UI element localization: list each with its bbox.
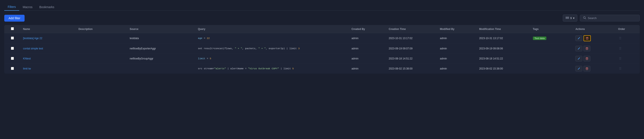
row-source: testdata xyxy=(127,33,195,44)
row-modified-by: admin xyxy=(438,54,477,64)
row-query: src stream="alerts" | alertName = "Virus… xyxy=(195,64,349,74)
edit-icon xyxy=(577,57,580,60)
row-checkbox-cell xyxy=(4,33,20,44)
row-tags xyxy=(530,44,573,54)
svg-line-5 xyxy=(585,18,586,19)
search-input[interactable] xyxy=(588,16,636,20)
row-modified-by: admin xyxy=(438,33,477,44)
search-icon xyxy=(583,16,586,20)
row-actions xyxy=(573,44,616,54)
row-query: age = 22 xyxy=(195,33,349,44)
row-order: ⠿ xyxy=(616,64,640,74)
row-checkbox[interactable] xyxy=(11,67,14,70)
row-created-by: admin xyxy=(349,33,386,44)
row-checkbox[interactable] xyxy=(11,36,14,40)
row-checkbox-cell xyxy=(4,54,20,64)
row-modified-by: admin xyxy=(438,64,477,74)
table-header-row: Name Description Source Query Created By xyxy=(4,25,640,33)
row-description xyxy=(76,64,127,74)
row-checkbox-cell xyxy=(4,64,20,74)
filter-name-link[interactable]: KNtest xyxy=(23,57,31,60)
toolbar: Add filter 9 ▾ xyxy=(4,14,640,22)
edit-button[interactable] xyxy=(576,46,582,51)
filter-name-link[interactable]: limit tw xyxy=(23,67,31,70)
row-name: contat simple test xyxy=(20,44,76,54)
table-row: contat simple test netflowByExporterAggr… xyxy=(4,44,640,54)
table-row: limit tw src stream="alerts" | alertName… xyxy=(4,64,640,74)
row-actions xyxy=(573,64,616,74)
row-order: ⠿ xyxy=(616,44,640,54)
tab-macros[interactable]: Macros xyxy=(19,4,36,10)
row-order: ⠿ xyxy=(616,33,640,44)
delete-button[interactable] xyxy=(584,46,590,51)
toolbar-right: 9 ▾ xyxy=(563,14,640,22)
header-modification-time: Modification Time xyxy=(476,25,530,33)
row-creation-time: 2023-10-31 13:17:02 xyxy=(386,33,438,44)
header-source: Source xyxy=(127,25,195,33)
row-actions xyxy=(573,54,616,64)
tab-filters[interactable]: Filters xyxy=(4,4,19,11)
row-creation-time: 2023-08-18 14:51:22 xyxy=(386,54,438,64)
header-actions: Actions xyxy=(573,25,616,33)
row-description xyxy=(76,54,127,64)
row-order: ⠿ xyxy=(616,54,640,64)
delete-button[interactable] xyxy=(584,56,590,61)
drag-handle[interactable]: ⠿ xyxy=(618,36,622,40)
row-query: set result=concat(flows, " + ", packets,… xyxy=(195,44,349,54)
delete-icon xyxy=(586,57,588,60)
svg-rect-2 xyxy=(568,17,568,19)
row-modified-by: admin xyxy=(438,44,477,54)
header-name: Name xyxy=(20,25,76,33)
tag-badge: Test data xyxy=(533,36,546,40)
filter-name-link[interactable]: contat simple test xyxy=(23,47,43,50)
row-created-by: admin xyxy=(349,44,386,54)
search-box[interactable] xyxy=(580,15,640,22)
edit-icon xyxy=(577,47,580,50)
filter-name-link[interactable]: [testdata] Age 22 xyxy=(23,37,42,40)
svg-rect-7 xyxy=(587,37,588,37)
drag-handle[interactable]: ⠿ xyxy=(618,57,622,60)
edit-button[interactable] xyxy=(576,36,582,41)
row-checkbox-cell xyxy=(4,44,20,54)
row-query: limit = 5 xyxy=(195,54,349,64)
row-tags xyxy=(530,64,573,74)
table-body: [testdata] Age 22 testdata age = 22 admi… xyxy=(4,33,640,74)
row-checkbox[interactable] xyxy=(11,47,14,50)
row-name: [testdata] Age 22 xyxy=(20,33,76,44)
app-container: Filters Macros Bookmarks Add filter xyxy=(0,0,644,139)
row-created-by: admin xyxy=(349,54,386,64)
columns-button[interactable]: 9 ▾ xyxy=(563,14,577,22)
header-creation-time: Creation Time xyxy=(386,25,438,33)
row-checkbox[interactable] xyxy=(11,57,14,60)
edit-button[interactable] xyxy=(576,66,582,72)
drag-handle[interactable]: ⠿ xyxy=(618,47,622,50)
select-all-checkbox[interactable] xyxy=(11,27,14,30)
delete-icon xyxy=(586,47,588,50)
header-description: Description xyxy=(76,25,127,33)
tab-bookmarks[interactable]: Bookmarks xyxy=(36,4,58,10)
row-name: limit tw xyxy=(20,64,76,74)
row-name: KNtest xyxy=(20,54,76,64)
row-modification-time: 2023-08-18 14:51:22 xyxy=(476,54,530,64)
header-created-by: Created By xyxy=(349,25,386,33)
row-tags xyxy=(530,54,573,64)
delete-button[interactable] xyxy=(584,35,591,41)
edit-icon xyxy=(577,67,580,70)
svg-rect-11 xyxy=(586,47,588,48)
row-actions xyxy=(573,33,616,44)
delete-button[interactable] xyxy=(584,66,590,72)
edit-button[interactable] xyxy=(576,56,582,61)
drag-handle[interactable]: ⠿ xyxy=(618,67,622,70)
svg-rect-1 xyxy=(567,17,567,19)
delete-icon xyxy=(586,67,588,70)
edit-icon xyxy=(577,37,580,40)
add-filter-button[interactable]: Add filter xyxy=(4,15,24,22)
columns-count: 9 xyxy=(570,16,572,20)
tabs-bar: Filters Macros Bookmarks xyxy=(4,4,640,11)
row-source: netflowByExporterAggr xyxy=(127,44,195,54)
table-row: KNtest netflowByGroupAggr limit = 5 admi… xyxy=(4,54,640,64)
chevron-down-icon: ▾ xyxy=(573,16,574,20)
header-tags: Tags xyxy=(530,25,573,33)
table-wrapper: Name Description Source Query Created By xyxy=(4,25,640,74)
row-source xyxy=(127,64,195,74)
